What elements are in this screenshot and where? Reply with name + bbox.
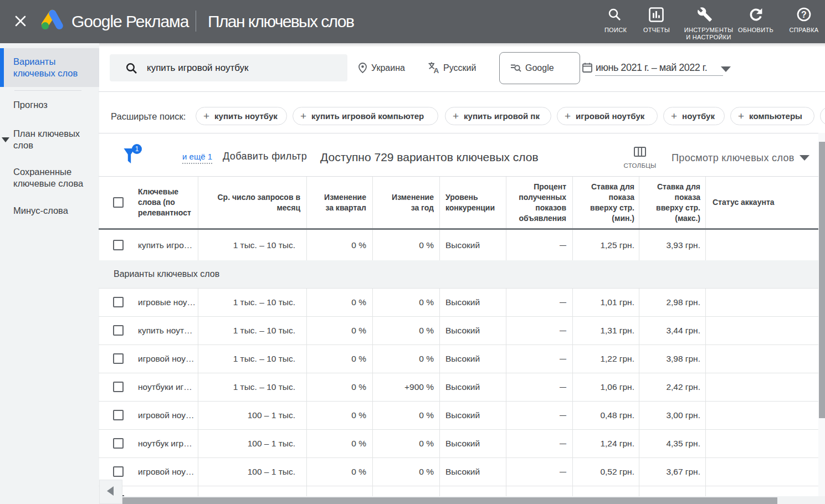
svg-text:A: A [433,66,439,74]
svg-text:?: ? [801,10,807,19]
